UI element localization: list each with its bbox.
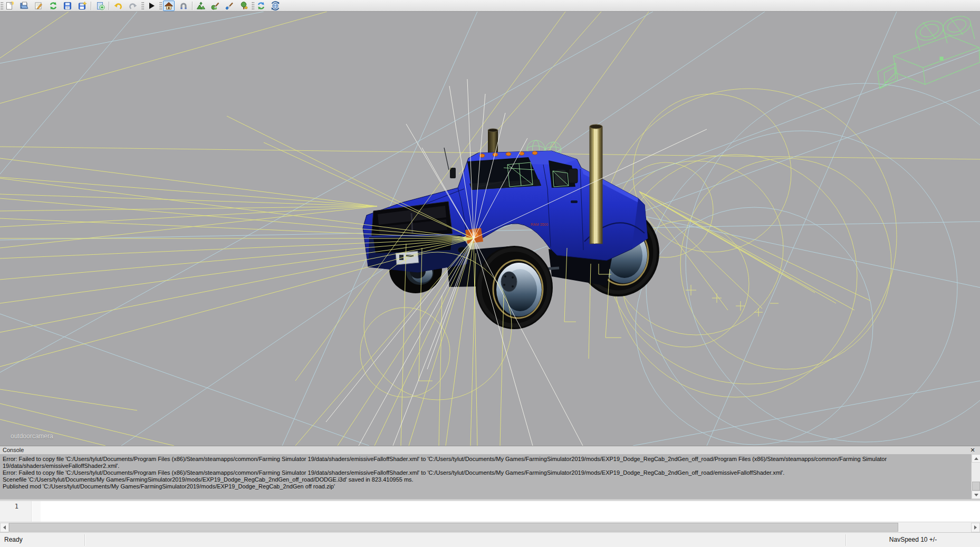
console-line: Error: Failed to copy file 'C:/Users/tyl… xyxy=(3,469,971,476)
terrain-sculpt-icon[interactable] xyxy=(195,1,207,11)
scrollbar-thumb[interactable] xyxy=(972,482,980,491)
scroll-up-button[interactable] xyxy=(972,454,980,463)
new-file-icon[interactable] xyxy=(4,1,15,11)
toolbar-separator xyxy=(192,2,193,10)
save-icon[interactable] xyxy=(62,1,73,11)
arrow-left-icon xyxy=(1,525,6,530)
line-number-gutter: 1 xyxy=(0,501,32,522)
editor-horizontal-scrollbar[interactable] xyxy=(0,522,980,532)
giants-editor-window: RAM 3500 xyxy=(0,0,980,547)
console-line: Error: Failed to copy file 'C:/Users/tyl… xyxy=(3,456,971,463)
door-handle xyxy=(571,200,578,203)
import-icon[interactable] xyxy=(94,1,106,11)
script-editor[interactable]: 1 xyxy=(0,501,980,522)
scrollbar-thumb[interactable] xyxy=(9,523,898,532)
console-output[interactable]: Error: Failed to copy file 'C:/Users/tyl… xyxy=(0,454,971,499)
front-wheel[interactable] xyxy=(476,246,553,329)
undo-icon[interactable] xyxy=(112,1,124,11)
status-bar: Ready NavSpeed 10 +/- xyxy=(0,532,980,547)
navspeed-indicator: NavSpeed 10 +/- xyxy=(846,536,980,543)
fold-margin xyxy=(32,501,41,522)
scroll-right-button[interactable] xyxy=(971,523,980,532)
home-icon[interactable] xyxy=(163,1,175,11)
magnet-icon[interactable] xyxy=(178,1,189,11)
right-mirror xyxy=(569,169,578,183)
console-line: Scenefile 'C:/Users/tylut/Documents/My G… xyxy=(3,476,971,483)
reload-resources-icon[interactable] xyxy=(270,1,281,11)
toolbar-separator xyxy=(109,2,109,10)
left-mirror xyxy=(450,168,456,178)
arrow-down-icon xyxy=(974,494,978,498)
status-message: Ready xyxy=(4,536,23,543)
redo-icon[interactable] xyxy=(127,1,139,11)
antenna xyxy=(444,148,449,170)
camera-name-label: outdoorcamera xyxy=(11,433,53,440)
toolbar-drag-handle[interactable] xyxy=(141,2,144,10)
scene-canvas[interactable]: RAM 3500 xyxy=(0,12,980,446)
exhaust-stack-right[interactable] xyxy=(590,124,602,244)
open-file-icon[interactable] xyxy=(18,1,30,11)
toolbar-drag-handle[interactable] xyxy=(159,2,162,10)
refresh-scene-icon[interactable] xyxy=(255,1,267,11)
terrain-paint-icon[interactable] xyxy=(224,1,235,11)
camera-wireframe[interactable] xyxy=(878,13,980,89)
3d-viewport[interactable]: RAM 3500 xyxy=(0,12,980,446)
grille xyxy=(371,201,453,238)
console-line: Published mod 'C:/Users/tylut/Documents/… xyxy=(3,483,971,490)
console-vertical-scrollbar[interactable] xyxy=(971,454,980,499)
arrow-right-icon xyxy=(974,525,979,530)
play-icon[interactable] xyxy=(146,1,157,11)
main-toolbar xyxy=(0,0,980,12)
toolbar-drag-handle[interactable] xyxy=(252,2,254,10)
edit-script-icon[interactable] xyxy=(33,1,44,11)
foliage-paint-icon[interactable] xyxy=(209,1,221,11)
save-as-icon[interactable] xyxy=(76,1,88,11)
console-panel-header[interactable]: Console xyxy=(0,446,980,454)
scroll-down-button[interactable] xyxy=(972,491,980,499)
truck-badge: RAM 3500 xyxy=(531,223,548,226)
reload-icon[interactable] xyxy=(47,1,59,11)
status-separator xyxy=(84,534,85,546)
close-icon[interactable]: ✕ xyxy=(968,446,977,454)
scroll-left-button[interactable] xyxy=(0,523,9,532)
toolbar-drag-handle[interactable] xyxy=(1,2,3,10)
tree-brush-icon[interactable] xyxy=(238,1,249,11)
arrow-up-icon xyxy=(974,455,978,460)
console-line: 19/data/shaders/emissiveFalloffShader2.x… xyxy=(3,463,971,469)
toolbar-separator xyxy=(91,2,91,10)
